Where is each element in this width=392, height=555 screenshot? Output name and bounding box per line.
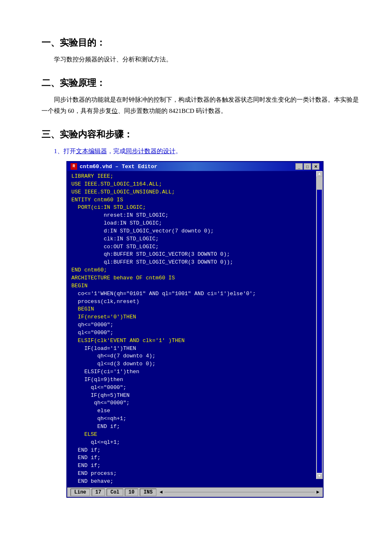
section1-heading: 一、实验目的： bbox=[41, 37, 359, 49]
step1-text: 1、打开文本编辑器，完成同步计数器的设计。 bbox=[41, 146, 359, 157]
section3-heading: 三、实验内容和步骤： bbox=[41, 128, 359, 141]
editor-body: ▲ ▼ LIBRARY IEEE; USE IEEE.STD_LOGIC_116… bbox=[67, 171, 323, 487]
section2: 二、实验原理： 同步计数器的功能就是在时钟脉冲的控制下，构成计数器的各触发器状态… bbox=[41, 77, 359, 117]
status-scrollbar-track bbox=[164, 492, 315, 492]
section1: 一、实验目的： 学习数控分频器的设计、分析和测试方法。 bbox=[41, 37, 359, 65]
status-scroll-right[interactable]: ► bbox=[317, 489, 319, 495]
editor-statusbar: Line 17 Col 10 INS ◄ ► bbox=[67, 487, 323, 497]
line-label: Line bbox=[71, 489, 90, 496]
section3: 三、实验内容和步骤： 1、打开文本编辑器，完成同步计数器的设计。 R cntm6… bbox=[41, 128, 359, 498]
editor-title: cntm60.vhd – Text Editor bbox=[80, 164, 157, 170]
text-editor-window: R cntm60.vhd – Text Editor _ □ ✕ ▲ ▼ LIB… bbox=[66, 161, 324, 498]
section1-content: 学习数控分频器的设计、分析和测试方法。 bbox=[41, 54, 359, 65]
section2-heading: 二、实验原理： bbox=[41, 77, 359, 89]
col-value: 10 bbox=[125, 489, 138, 496]
maximize-button[interactable]: □ bbox=[304, 163, 311, 170]
col-label: Col bbox=[107, 489, 123, 496]
editor-titlebar: R cntm60.vhd – Text Editor _ □ ✕ bbox=[67, 162, 323, 171]
scrollbar-up-arrow[interactable]: ▲ bbox=[317, 171, 322, 177]
minimize-button[interactable]: _ bbox=[295, 163, 303, 170]
code-content: LIBRARY IEEE; USE IEEE.STD_LOGIC_1164.AL… bbox=[71, 173, 319, 486]
editor-app-icon: R bbox=[71, 163, 77, 170]
scrollbar-thumb bbox=[317, 177, 322, 190]
scrollbar-track bbox=[317, 177, 322, 473]
scrollbar-down-arrow[interactable]: ▼ bbox=[317, 473, 322, 479]
section2-content: 同步计数器的功能就是在时钟脉冲的控制下，构成计数器的各触发器状态同时发生变化的一… bbox=[41, 94, 359, 117]
line-value: 17 bbox=[92, 489, 105, 496]
status-scroll-left[interactable]: ◄ bbox=[160, 489, 163, 495]
editor-titlebar-left: R cntm60.vhd – Text Editor bbox=[71, 163, 157, 170]
close-button[interactable]: ✕ bbox=[312, 163, 319, 170]
scrollbar-right[interactable]: ▲ ▼ bbox=[316, 171, 323, 479]
editor-controls[interactable]: _ □ ✕ bbox=[295, 163, 319, 170]
ins-label: INS bbox=[140, 489, 156, 496]
